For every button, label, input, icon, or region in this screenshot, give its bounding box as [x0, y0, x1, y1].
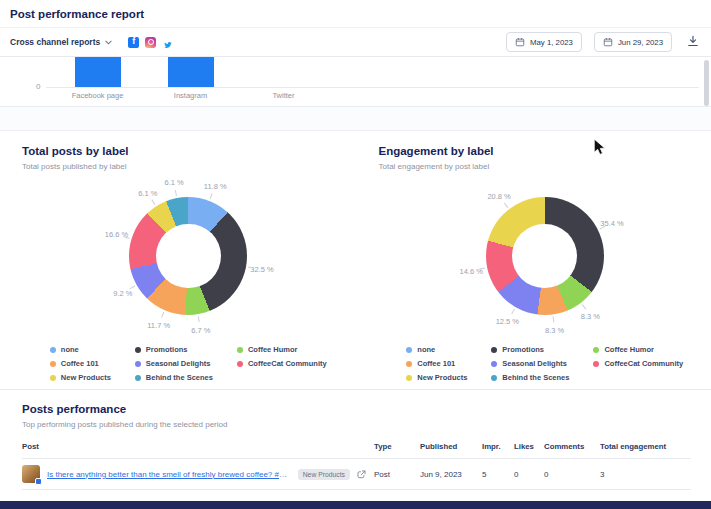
legend-label: Promotions [502, 345, 544, 354]
legend-item[interactable]: Coffee Humor [237, 345, 327, 354]
legend-label: Coffee 101 [61, 359, 99, 368]
legend-label: Seasonal Delights [502, 359, 567, 368]
chart-legend: noneCoffee 101New ProductsPromotionsSeas… [22, 345, 355, 382]
slice-tick [210, 193, 213, 199]
legend-item[interactable]: Behind the Scenes [135, 373, 213, 382]
twitter-icon[interactable] [162, 37, 173, 48]
slice-percentage-label: 6.1 % [138, 188, 157, 197]
legend-label: CoffeeCat Community [248, 359, 327, 368]
slice-percentage-label: 6.7 % [191, 325, 210, 334]
legend-item[interactable]: Promotions [491, 345, 569, 354]
vertical-scrollbar-thumb[interactable] [704, 60, 709, 106]
y-axis-tick-label: 0 [36, 82, 40, 91]
legend-dot [593, 347, 599, 353]
legend-item[interactable]: Behind the Scenes [491, 373, 569, 382]
legend-item[interactable]: Promotions [135, 345, 213, 354]
slice-percentage-label: 11.7 % [147, 320, 170, 329]
legend-label: New Products [61, 373, 111, 382]
section-divider-band [0, 107, 711, 131]
legend-label: Seasonal Delights [146, 359, 211, 368]
instagram-icon[interactable] [145, 37, 156, 48]
date-to-picker[interactable]: Jun 29, 2023 [594, 32, 672, 52]
table-row: Is there anything better than the smell … [22, 459, 691, 490]
legend-item[interactable]: Seasonal Delights [491, 359, 569, 368]
legend-dot [135, 375, 141, 381]
bar-category-slot: Instagram [144, 57, 237, 107]
slice-tick [581, 304, 585, 309]
slice-percentage-label: 20.8 % [487, 192, 510, 201]
legend-label: Promotions [146, 345, 188, 354]
report-type-dropdown[interactable]: Cross channel reports [10, 37, 112, 47]
legend-item[interactable]: none [50, 345, 111, 354]
bar [75, 57, 121, 87]
calendar-icon [603, 37, 613, 47]
section-subtitle: Top performing posts published during th… [22, 420, 691, 429]
report-toolbar: Cross channel reports May 1, 2023 Jun 29… [0, 28, 711, 57]
legend-item[interactable]: New Products [50, 373, 111, 382]
chevron-down-icon [105, 40, 112, 45]
post-performance-report-screen: Post performance report Cross channel re… [0, 0, 711, 509]
card-subtitle: Total engagement by post label [379, 162, 711, 171]
legend-item[interactable]: CoffeeCat Community [593, 359, 683, 368]
bar [168, 57, 214, 87]
page-title: Post performance report [10, 8, 144, 20]
donut-chart: 35.4 %8.3 %8.3 %12.5 %14.6 %20.8 % [430, 173, 660, 339]
legend-item[interactable]: New Products [406, 373, 467, 382]
column-header-post: Post [22, 442, 374, 451]
facebook-icon[interactable] [128, 37, 139, 48]
post-avatar [22, 465, 40, 483]
legend-label: Behind the Scenes [502, 373, 569, 382]
channel-icons [128, 37, 173, 48]
donut-ring [129, 197, 247, 315]
legend-item[interactable]: Coffee Humor [593, 345, 683, 354]
legend-dot [237, 347, 243, 353]
post-type-cell: Post [374, 470, 420, 479]
legend-dot [135, 347, 141, 353]
slice-percentage-label: 11.8 % [204, 182, 227, 191]
posts-performance-section: Posts performance Top performing posts p… [0, 389, 711, 501]
donut-ring [486, 197, 604, 315]
legend-item[interactable]: none [406, 345, 467, 354]
legend-dot [406, 361, 412, 367]
bar-category-label: Instagram [144, 91, 237, 100]
section-title: Posts performance [22, 403, 691, 415]
engagement-by-label-card: Engagement by label Total engagement by … [355, 131, 711, 389]
slice-tick [504, 203, 508, 208]
total-posts-by-label-card: Total posts by label Total posts publish… [0, 131, 355, 389]
date-from-picker[interactable]: May 1, 2023 [506, 32, 582, 52]
report-type-label: Cross channel reports [10, 37, 100, 47]
slice-tick [552, 316, 554, 322]
download-report-button[interactable] [685, 33, 701, 52]
bar-category-slot: Twitter [237, 57, 330, 107]
legend-dot [491, 375, 497, 381]
legend-item[interactable]: Coffee 101 [50, 359, 111, 368]
legend-label: Behind the Scenes [146, 373, 213, 382]
legend-label: none [417, 345, 435, 354]
legend-item[interactable]: Seasonal Delights [135, 359, 213, 368]
post-link[interactable]: Is there anything better than the smell … [47, 470, 291, 479]
bar-category-slot: Facebook page [51, 57, 144, 107]
legend-item[interactable]: CoffeeCat Community [237, 359, 327, 368]
slice-percentage-label: 12.5 % [496, 317, 519, 326]
slice-tick [152, 199, 156, 205]
legend-label: none [61, 345, 79, 354]
column-header-total-engagement: Total engagement [600, 442, 691, 451]
slice-percentage-label: 8.3 % [545, 326, 564, 335]
legend-dot [50, 361, 56, 367]
title-bar: Post performance report [0, 0, 711, 28]
bar-category-label: Twitter [237, 91, 330, 100]
slice-tick [161, 312, 164, 318]
date-to-value: Jun 29, 2023 [618, 38, 663, 47]
page-badge-icon [35, 478, 42, 485]
post-cell: Is there anything better than the smell … [22, 465, 374, 483]
legend-item[interactable]: Coffee 101 [406, 359, 467, 368]
bar-chart-plot-area: Facebook pageInstagramTwitter [51, 57, 330, 107]
table-header-row: Post Type Published Impr. Likes Comments… [22, 442, 691, 459]
chart-legend: noneCoffee 101New ProductsPromotionsSeas… [379, 345, 711, 382]
open-post-button[interactable] [357, 470, 366, 479]
date-from-value: May 1, 2023 [530, 38, 573, 47]
slice-percentage-label: 9.2 % [113, 288, 132, 297]
legend-dot [491, 361, 497, 367]
legend-label: Coffee Humor [248, 345, 298, 354]
post-impressions-cell: 5 [482, 470, 514, 479]
